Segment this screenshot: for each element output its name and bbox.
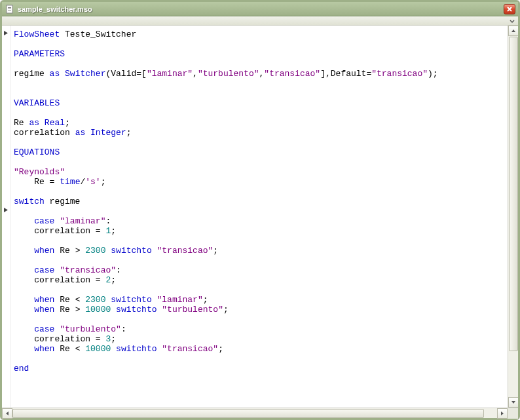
- keyword: as: [50, 69, 60, 79]
- window-title: sample_switcher.mso: [18, 5, 504, 13]
- svg-rect-2: [8, 9, 11, 9]
- keyword: end: [14, 364, 29, 373]
- identifier: regime: [14, 69, 50, 79]
- scrollbar-thumb[interactable]: [12, 409, 484, 418]
- identifier: correlation: [14, 128, 75, 138]
- string: "transicao": [264, 69, 320, 79]
- scrollbar-corner: [508, 408, 518, 419]
- keyword: PARAMETERS: [14, 49, 65, 59]
- string: "turbulento": [162, 305, 223, 315]
- string: "transicao": [60, 265, 116, 275]
- keyword: switch: [14, 197, 45, 206]
- horizontal-scrollbar[interactable]: [2, 408, 518, 418]
- scroll-up-button[interactable]: [508, 26, 518, 36]
- fold-gutter: [2, 26, 11, 408]
- code-editor[interactable]: FlowSheet Teste_Switcher PARAMETERS regi…: [11, 26, 508, 408]
- toolbar-overflow-icon[interactable]: [509, 18, 515, 24]
- string: "laminar": [147, 69, 193, 79]
- keyword: as: [29, 118, 39, 128]
- number: 2300: [85, 295, 105, 305]
- vertical-scrollbar[interactable]: [508, 26, 518, 408]
- keyword: case: [34, 216, 54, 226]
- editor-window: sample_switcher.mso FlowSheet Teste_Swit…: [0, 0, 520, 420]
- string: "transicao": [157, 246, 214, 256]
- fold-toggle-icon[interactable]: [3, 30, 9, 36]
- scroll-left-button[interactable]: [2, 408, 12, 419]
- keyword: when: [34, 246, 54, 256]
- identifier: Re: [14, 118, 29, 128]
- keyword: when: [34, 344, 54, 354]
- number: 10000: [85, 305, 111, 315]
- type: Switcher: [65, 69, 105, 79]
- scrollbar-track[interactable]: [12, 408, 497, 418]
- number: 10000: [85, 344, 111, 354]
- scroll-down-button[interactable]: [508, 397, 518, 408]
- titlebar[interactable]: sample_switcher.mso: [2, 2, 518, 16]
- keyword: when: [34, 295, 54, 305]
- fold-toggle-icon[interactable]: [3, 207, 9, 213]
- keyword: as: [75, 128, 86, 138]
- toolbar-overflow-strip: [2, 16, 518, 26]
- string: "transicao": [371, 69, 428, 79]
- string: "transicao": [162, 344, 218, 354]
- keyword: case: [34, 324, 54, 334]
- keyword: FlowSheet: [14, 29, 60, 39]
- type: Real: [45, 118, 65, 128]
- string: "turbulento": [60, 324, 121, 334]
- keyword: VARIABLES: [14, 98, 60, 108]
- keyword: case: [34, 265, 54, 275]
- svg-rect-3: [8, 10, 11, 10]
- keyword: time: [60, 177, 80, 187]
- svg-rect-1: [8, 7, 11, 8]
- file-icon: [5, 4, 15, 14]
- keyword: switchto: [116, 305, 157, 315]
- string: "turbulento": [198, 69, 259, 79]
- keyword: when: [34, 305, 54, 315]
- editor-area: FlowSheet Teste_Switcher PARAMETERS regi…: [2, 26, 518, 408]
- keyword: switchto: [116, 344, 157, 354]
- number: 2300: [85, 246, 105, 256]
- string: "laminar": [157, 295, 203, 305]
- keyword: EQUATIONS: [14, 147, 60, 157]
- string: 's': [85, 177, 100, 187]
- scroll-right-button[interactable]: [497, 408, 508, 419]
- string: "Reynolds": [14, 167, 65, 177]
- close-button[interactable]: [504, 4, 515, 14]
- type: Integer: [90, 128, 126, 138]
- identifier: Teste_Switcher: [60, 29, 136, 39]
- keyword: switchto: [111, 246, 151, 256]
- string: "laminar": [60, 216, 105, 226]
- keyword: switchto: [111, 295, 151, 305]
- scrollbar-thumb[interactable]: [509, 37, 518, 351]
